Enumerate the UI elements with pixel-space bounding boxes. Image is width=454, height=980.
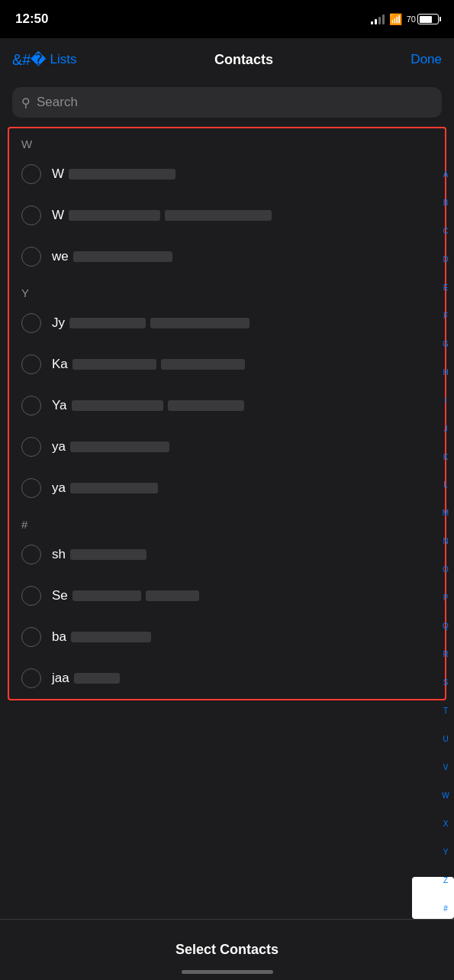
alpha-v[interactable]: V xyxy=(443,763,449,771)
alpha-h[interactable]: H xyxy=(443,368,448,377)
alpha-t[interactable]: T xyxy=(443,707,448,715)
contact-name: ya xyxy=(52,439,433,454)
contact-row[interactable]: Ya xyxy=(9,385,445,426)
radio-button[interactable] xyxy=(21,164,41,184)
contact-name: sh xyxy=(52,547,433,562)
wifi-icon: 📶 xyxy=(389,13,402,25)
alpha-n[interactable]: N xyxy=(443,537,448,545)
contact-name: ba xyxy=(52,629,433,645)
contact-row[interactable]: W xyxy=(9,154,445,195)
alpha-q[interactable]: Q xyxy=(443,622,449,630)
alpha-y[interactable]: Y xyxy=(443,848,449,856)
contact-info: Se xyxy=(52,588,433,603)
back-button[interactable]: &#� Lists xyxy=(12,50,76,69)
blurred-name xyxy=(69,169,175,180)
alpha-z[interactable]: Z xyxy=(443,876,448,885)
blurred-name xyxy=(74,673,120,684)
status-icons: 📶 70 xyxy=(371,13,439,25)
search-container: ⚲ Search xyxy=(0,81,454,127)
search-bar[interactable]: ⚲ Search xyxy=(12,87,442,118)
contact-name: W xyxy=(52,167,433,182)
radio-button[interactable] xyxy=(21,354,41,374)
blurred-name xyxy=(70,549,147,560)
alpha-b[interactable]: B xyxy=(443,199,449,207)
alpha-a[interactable]: A xyxy=(443,170,449,179)
alpha-l[interactable]: L xyxy=(443,480,448,489)
contact-info: ba xyxy=(52,629,433,645)
blurred-name xyxy=(161,359,245,370)
contact-info: ya xyxy=(52,480,433,496)
alpha-o[interactable]: O xyxy=(443,565,449,574)
contact-name: W xyxy=(52,208,433,223)
contact-info: W xyxy=(52,208,433,223)
select-contacts-button[interactable]: Select Contacts xyxy=(175,942,279,958)
contact-row[interactable]: sh xyxy=(9,534,445,575)
alpha-u[interactable]: U xyxy=(443,735,448,743)
blurred-name xyxy=(146,590,199,601)
back-label: Lists xyxy=(50,52,76,67)
contact-row[interactable]: W xyxy=(9,195,445,236)
contact-name: ya xyxy=(52,480,433,496)
status-bar: 12:50 📶 70 xyxy=(0,0,454,38)
contact-row[interactable]: we xyxy=(9,236,445,277)
radio-button[interactable] xyxy=(21,313,41,333)
blurred-name xyxy=(70,483,158,493)
radio-button[interactable] xyxy=(21,247,41,267)
alpha-i[interactable]: I xyxy=(445,396,447,405)
blurred-name xyxy=(69,318,146,328)
blurred-name xyxy=(72,359,156,370)
contact-row[interactable]: Se xyxy=(9,575,445,616)
contact-row[interactable]: ya xyxy=(9,467,445,509)
signal-icon xyxy=(371,14,385,24)
contact-row[interactable]: Jy xyxy=(9,302,445,344)
alpha-e[interactable]: E xyxy=(443,283,449,292)
navigation-bar: &#� Lists Contacts Done xyxy=(0,38,454,81)
section-header-hash: # xyxy=(9,509,445,534)
home-indicator xyxy=(182,970,273,974)
contact-info: ya xyxy=(52,439,433,454)
contact-name: jaa xyxy=(52,671,433,686)
blurred-name xyxy=(150,318,250,328)
alpha-j[interactable]: J xyxy=(444,425,448,433)
radio-button[interactable] xyxy=(21,668,41,688)
alpha-p[interactable]: P xyxy=(443,593,449,602)
radio-button[interactable] xyxy=(21,545,41,564)
contact-name: Ya xyxy=(52,398,433,413)
alpha-d[interactable]: D xyxy=(443,255,448,264)
contact-name: Ka xyxy=(52,357,433,372)
radio-button[interactable] xyxy=(21,586,41,606)
contact-info: Jy xyxy=(52,315,433,331)
radio-button[interactable] xyxy=(21,396,41,416)
contact-name: we xyxy=(52,249,433,264)
section-header-w: W xyxy=(9,128,445,154)
alpha-m[interactable]: M xyxy=(443,509,449,517)
alpha-k[interactable]: K xyxy=(443,453,449,461)
contact-info: Ya xyxy=(52,398,433,413)
section-header-y: Y xyxy=(9,277,445,302)
alpha-g[interactable]: G xyxy=(443,340,449,348)
radio-button[interactable] xyxy=(21,205,41,225)
alpha-s[interactable]: S xyxy=(443,678,449,687)
blurred-name xyxy=(70,441,169,452)
radio-button[interactable] xyxy=(21,627,41,647)
alpha-r[interactable]: R xyxy=(443,650,448,658)
contact-name: Se xyxy=(52,588,433,603)
done-button[interactable]: Done xyxy=(411,52,442,67)
contact-row[interactable]: jaa xyxy=(9,658,445,699)
bottom-bar: Select Contacts xyxy=(0,919,454,980)
blurred-name xyxy=(71,632,151,642)
contact-row[interactable]: ya xyxy=(9,426,445,467)
alpha-c[interactable]: C xyxy=(443,227,448,235)
alpha-w[interactable]: W xyxy=(442,791,449,800)
radio-button[interactable] xyxy=(21,478,41,498)
contact-info: we xyxy=(52,249,433,264)
radio-button[interactable] xyxy=(21,437,41,457)
alpha-hash[interactable]: # xyxy=(443,904,448,913)
contact-name: Jy xyxy=(52,315,433,331)
contact-row[interactable]: Ka xyxy=(9,344,445,385)
alpha-x[interactable]: X xyxy=(443,820,449,828)
alpha-f[interactable]: F xyxy=(443,312,448,320)
blurred-name xyxy=(72,400,163,411)
contact-row[interactable]: ba xyxy=(9,616,445,658)
page-title: Contacts xyxy=(214,52,273,68)
